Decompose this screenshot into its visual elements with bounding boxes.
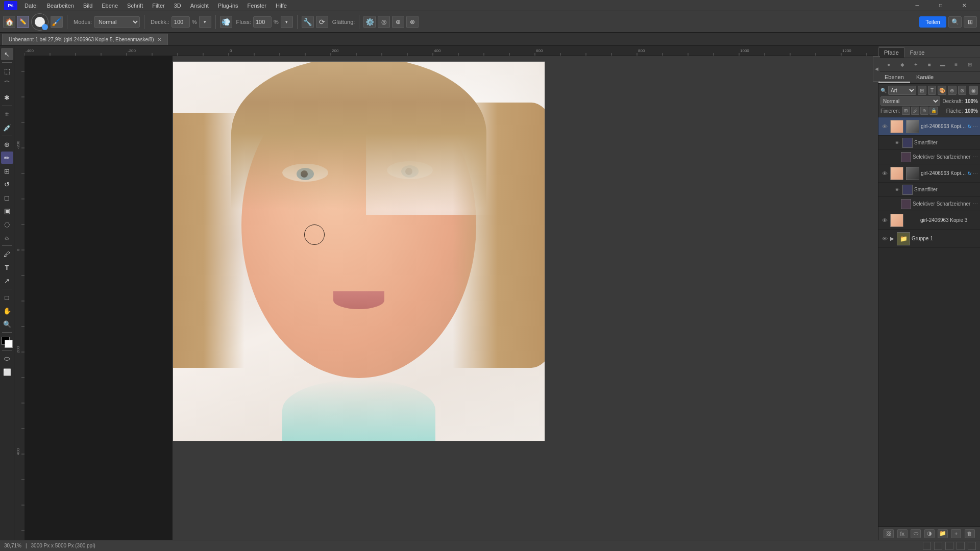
channels-tab[interactable]: Kanäle [910, 72, 940, 83]
grid-icon[interactable]: ⊞ [965, 61, 975, 69]
brush-tool[interactable]: ✏ [1, 152, 13, 164]
screen-mode-toggle[interactable]: ⬜ [1, 366, 13, 378]
filter-btn-2[interactable]: T [928, 86, 937, 95]
status-btn-1[interactable] [923, 542, 931, 550]
lock-pixels-btn[interactable]: ⊞ [902, 107, 910, 115]
shape-tool[interactable]: □ [1, 291, 13, 304]
color-tab[interactable]: Farbe [904, 47, 930, 58]
layer-item-3[interactable]: 👁 girl-2406963 Kopie 3 [878, 211, 980, 230]
panels-button[interactable]: ⊞ [964, 16, 977, 28]
menu-ansicht[interactable]: Ansicht [186, 2, 213, 10]
add-style-btn[interactable]: fx [897, 529, 908, 538]
brush-opacity-toggle[interactable]: 🖌️ [51, 16, 63, 28]
new-group-btn[interactable]: 📁 [938, 529, 948, 538]
status-btn-5[interactable] [968, 542, 976, 550]
layer-2-visibility-toggle[interactable]: 👁 [880, 169, 889, 178]
clone-stamp-tool[interactable]: ⊞ [1, 165, 13, 177]
smoothing-button[interactable]: 🔧 [302, 16, 314, 28]
pressure-button[interactable]: ◎ [378, 16, 390, 28]
opacity-dropdown[interactable]: ▾ [199, 16, 211, 28]
hand-tool[interactable]: ✋ [1, 305, 13, 317]
lock-all-btn[interactable]: 🔒 [929, 107, 938, 115]
menu-fenster[interactable]: Fenster [243, 2, 271, 10]
eyedropper-tool[interactable]: 💉 [1, 121, 13, 134]
layer-1-smartfilter[interactable]: 👁 Smartfilter [878, 136, 980, 150]
filter-btn-4[interactable]: ⊕ [948, 86, 957, 95]
opacity-input[interactable] [172, 16, 190, 28]
image-canvas[interactable] [24, 56, 878, 540]
group-expand-arrow[interactable]: ▶ [890, 236, 894, 241]
lock-artboard-btn[interactable]: ⊕ [920, 107, 928, 115]
status-btn-3[interactable] [945, 542, 953, 550]
layer-1-options[interactable]: ⋯ [973, 123, 978, 129]
status-btn-4[interactable] [957, 542, 965, 550]
layer-4-visibility-toggle[interactable]: 👁 [880, 235, 889, 243]
quick-mask-toggle[interactable]: ⬭ [1, 353, 13, 365]
history-brush-tool[interactable]: ↺ [1, 178, 13, 190]
layer-1-sf-visibility[interactable]: 👁 [893, 139, 901, 147]
menu-ebene[interactable]: Ebene [97, 2, 122, 10]
layer-item-4-group[interactable]: 👁 ▶ 📁 Gruppe 1 [878, 230, 980, 248]
rect-shape-icon[interactable]: ▬ [938, 61, 948, 69]
home-tool-button[interactable]: 🏠 [3, 16, 15, 28]
path-select-tool[interactable]: ↗ [1, 274, 13, 287]
share-button[interactable]: Teilen [919, 16, 946, 28]
dodge-tool[interactable]: ☼ [1, 231, 13, 243]
layer-2-smartfilter[interactable]: 👁 Smartfilter [878, 183, 980, 197]
layer-item-1[interactable]: 👁 girl-2406963 Kopie 5 fx ⋯ [878, 117, 980, 136]
blur-tool[interactable]: ◌ [1, 218, 13, 230]
link-layers-btn[interactable]: ⛓ [884, 529, 894, 538]
panel-collapse-arrow[interactable]: ◀ [873, 56, 880, 82]
tilt-button[interactable]: ⊕ [392, 16, 404, 28]
minimize-button[interactable]: ─ [905, 0, 929, 11]
text-tool[interactable]: T [1, 261, 13, 273]
mode-select[interactable]: Normal [94, 16, 140, 28]
brush-size-picker[interactable] [31, 13, 48, 31]
settings-button[interactable]: ⚙️ [363, 16, 376, 28]
search-button[interactable]: 🔍 [948, 16, 962, 28]
quick-select-tool[interactable]: ✱ [1, 91, 13, 104]
filter-toggle[interactable]: ◉ [969, 86, 978, 95]
angle-button[interactable]: ⟳ [316, 16, 328, 28]
move-tool[interactable]: ↖ [1, 48, 13, 60]
layer-1-visibility-toggle[interactable]: 👁 [880, 122, 889, 131]
document-tab[interactable]: Unbenannt-1 bei 27,9% (girl-2406963 Kopi… [2, 34, 168, 45]
layer-item-2[interactable]: 👁 girl-2406963 Kopie 4 fx ⋯ [878, 164, 980, 183]
marquee-tool[interactable]: ⬚ [1, 65, 13, 77]
tab-close-button[interactable]: ✕ [157, 37, 161, 42]
close-button[interactable]: ✕ [952, 0, 976, 11]
align-icon[interactable]: ≡ [951, 61, 961, 69]
menu-bearbeiten[interactable]: Bearbeiten [43, 2, 78, 10]
menu-bild[interactable]: Bild [79, 2, 96, 10]
add-mask-btn[interactable]: ⬭ [911, 529, 921, 538]
filter-btn-5[interactable]: ⊗ [958, 86, 967, 95]
flow-dropdown[interactable]: ▾ [281, 16, 293, 28]
new-adjustment-btn[interactable]: ◑ [924, 529, 935, 538]
lock-position-btn[interactable]: 🖊 [911, 107, 919, 115]
layer-2-selective-sharpen[interactable]: Selektiver Scharfzeichner ⋯ [878, 197, 980, 211]
foreground-color[interactable] [2, 337, 13, 348]
new-layer-btn[interactable]: + [951, 529, 961, 538]
layer-1-ss-options[interactable]: ⋯ [973, 154, 978, 160]
crop-tool[interactable]: ⌗ [1, 108, 13, 120]
menu-filter[interactable]: Filter [148, 2, 168, 10]
paths-tab[interactable]: Pfade [878, 47, 904, 58]
layer-3-visibility-toggle[interactable]: 👁 [880, 216, 889, 224]
menu-plugins[interactable]: Plug-ins [214, 2, 242, 10]
layer-1-selective-sharpen[interactable]: Selektiver Scharfzeichner ⋯ [878, 150, 980, 164]
pen-tool[interactable]: 🖊 [1, 248, 13, 260]
filter-btn-3[interactable]: 🎨 [938, 86, 946, 95]
delete-layer-btn[interactable]: 🗑 [965, 529, 975, 538]
menu-hilfe[interactable]: Hilfe [272, 2, 291, 10]
layer-2-options[interactable]: ⋯ [973, 170, 978, 176]
diamond-shape-icon[interactable]: ◆ [897, 61, 908, 69]
layer-2-sf-visibility[interactable]: 👁 [893, 186, 901, 194]
filter-btn-1[interactable]: ⊞ [918, 86, 926, 95]
maximize-button[interactable]: □ [929, 0, 952, 11]
menu-schrift[interactable]: Schrift [123, 2, 147, 10]
menu-datei[interactable]: Datei [20, 2, 42, 10]
rotation-button[interactable]: ⊗ [406, 16, 419, 28]
zoom-tool[interactable]: 🔍 [1, 318, 13, 330]
gradient-tool[interactable]: ▣ [1, 205, 13, 217]
square-shape-icon[interactable]: ■ [924, 61, 935, 69]
